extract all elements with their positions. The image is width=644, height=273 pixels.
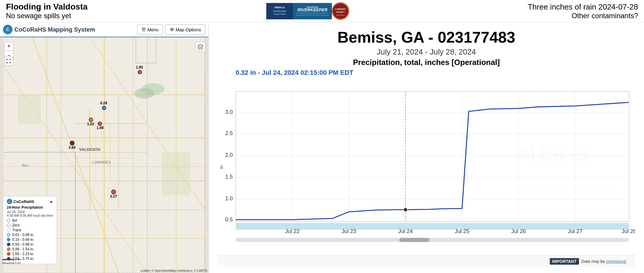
riverkeeper-logo: Suwannee RIVERKEEPER <box>293 3 332 19</box>
svg-text:WATERSHED: WATERSHED <box>273 10 286 12</box>
svg-text:3.0: 3.0 <box>225 109 233 115</box>
svg-text:Jul 28: Jul 28 <box>622 228 635 234</box>
svg-text:2.5: 2.5 <box>225 130 233 136</box>
legend-cocorahs: C CoCoRaHS <box>7 199 34 204</box>
system-name: CoCoRaHS Mapping System <box>14 26 95 33</box>
legend-layer-name: CoCoRaHS <box>13 199 34 204</box>
menu-label: Menu <box>147 27 159 32</box>
legend-item-099: 0.99 - 1.54 in. <box>7 247 53 251</box>
flood-title: Flooding in Valdosta <box>6 2 88 12</box>
svg-text:Jul 22: Jul 22 <box>285 228 300 234</box>
svg-rect-80 <box>399 238 429 242</box>
chart-svg: 3.0 2.5 2.0 1.5 1.0 0.5 <box>218 79 635 255</box>
svg-text:WWALS: WWALS <box>275 6 285 9</box>
legend-label-zero: Zero <box>12 223 20 227</box>
svg-rect-50 <box>236 91 629 221</box>
fullscreen-icon <box>6 59 11 63</box>
legend-label-155: 1.55 - 2.23 in. <box>12 252 34 256</box>
chart-section: Bemiss, GA - 023177483 July 21, 2024 - J… <box>209 22 644 273</box>
map-attribution: Leaflet | © OpenStreetMap contributors, … <box>140 269 207 272</box>
header-left: Flooding in Valdosta No sewage spills ye… <box>6 2 88 20</box>
svg-text:COUNTY: COUNTY <box>336 11 345 13</box>
zoom-in-button[interactable]: + <box>4 42 13 51</box>
layers-icon <box>197 44 203 50</box>
legend-date: Jul 28, 2024 <box>7 210 53 214</box>
svg-text:GEORGIA: GEORGIA <box>336 14 345 16</box>
gear-icon: ⚙ <box>170 27 174 32</box>
svg-text:C: C <box>9 200 11 203</box>
legend-label-010: 0.10 - 0.49 in. <box>12 238 34 242</box>
map-point-6[interactable]: 2.27 <box>111 190 116 194</box>
contaminants-text: Other contaminants? <box>528 12 638 20</box>
important-section: IMPORTANT Data may be provisional <box>550 258 626 265</box>
fullscreen-button[interactable] <box>4 57 13 66</box>
circle-logo: LOWNDES COUNTY GEORGIA <box>332 2 349 20</box>
map-toolbar: C CoCoRaHS Mapping System ☰ Menu ⚙ Map O… <box>0 22 208 37</box>
svg-text:LOWNDES: LOWNDES <box>335 8 346 10</box>
svg-text:1.0: 1.0 <box>225 195 233 201</box>
bottom-bar: IMPORTANT Data may be provisional <box>218 255 635 267</box>
svg-text:RIVERKEEPER: RIVERKEEPER <box>298 7 328 12</box>
map-point-1[interactable]: 1.95 <box>138 70 142 74</box>
menu-button[interactable]: ☰ Menu <box>137 24 163 35</box>
header-logo: WWALS WATERSHED COALITION Suwannee RIVER… <box>266 2 349 20</box>
svg-text:2.0: 2.0 <box>225 152 233 158</box>
svg-rect-79 <box>236 238 629 242</box>
sewage-title: No sewage spills yet <box>6 12 88 20</box>
important-badge: IMPORTANT <box>550 258 579 265</box>
chart-current-value: 0.32 in - Jul 24, 2024 02:15:00 PM EDT <box>218 69 635 77</box>
svg-text:Jul 24: Jul 24 <box>398 228 413 234</box>
svg-text:0.5: 0.5 <box>225 216 233 223</box>
wwals-logo: WWALS WATERSHED COALITION <box>266 3 293 19</box>
logo-container: WWALS WATERSHED COALITION Suwannee RIVER… <box>266 2 349 20</box>
map-point-5[interactable]: 3.60 <box>70 141 75 145</box>
legend-item-trace: Trace <box>7 228 53 232</box>
map-options-label: Map Options <box>176 27 201 32</box>
legend-label-050: 0.50 - 0.98 in. <box>12 242 34 246</box>
legend-label-na: NA <box>12 218 17 223</box>
legend-label-099: 0.99 - 1.54 in. <box>12 247 34 251</box>
svg-text:C: C <box>6 27 9 32</box>
legend-item-001: 0.01 - 0.09 in. <box>7 233 53 237</box>
svg-text:Jul 27: Jul 27 <box>568 228 583 234</box>
legend-item-155: 1.55 - 2.23 in. <box>7 252 53 256</box>
svg-text:Jul 23: Jul 23 <box>342 228 356 234</box>
map-section: C CoCoRaHS Mapping System ☰ Menu ⚙ Map O… <box>0 22 209 273</box>
attribution-text: Leaflet | © OpenStreetMap contributors, … <box>140 269 207 272</box>
legend-item-na: NA <box>7 218 53 223</box>
legend-body: 24-Hour Precipitation Jul 28, 2024 4:30 … <box>7 205 53 261</box>
header-right: Three inches of rain 2024-07-28 Other co… <box>528 2 638 20</box>
legend-label-trace: Trace <box>12 228 21 232</box>
map-point-2[interactable]: 0.29 <box>102 106 106 110</box>
scale-mi: 3 mi <box>15 261 21 265</box>
main-content: C CoCoRaHS Mapping System ☰ Menu ⚙ Map O… <box>0 22 644 273</box>
svg-text:1.5: 1.5 <box>225 173 233 180</box>
map-point-3[interactable]: 1.22 <box>89 118 93 122</box>
svg-text:COALITION: COALITION <box>274 13 286 15</box>
map-options-button[interactable]: ⚙ Map Options <box>165 24 205 35</box>
provisional-link[interactable]: provisional <box>606 259 626 264</box>
chart-container: ≋USGS science for a changing world in 3.… <box>218 79 635 255</box>
map-logo: C CoCoRaHS Mapping System <box>3 25 95 34</box>
provisional-prefix: Data may be <box>581 259 605 264</box>
legend-collapse-button[interactable]: ▲ <box>49 199 53 204</box>
layers-button[interactable] <box>195 42 205 52</box>
rain-text: Three inches of rain 2024-07-28 <box>528 2 638 12</box>
cocorahs-logo-icon: C <box>3 25 13 34</box>
chart-title: Bemiss, GA - 023177483 <box>218 28 635 46</box>
map-point-4[interactable]: 1.99 <box>98 122 102 126</box>
scale-km: 5 km <box>15 258 21 261</box>
map-legend: C CoCoRaHS ▲ 24-Hour Precipitation Jul 2… <box>3 196 57 264</box>
legend-item-zero: Zero <box>7 223 53 227</box>
legend-item-050: 0.50 - 0.98 in. <box>7 242 53 246</box>
scale-bar: 5 km 3 mi <box>2 258 21 265</box>
svg-text:Jul 26: Jul 26 <box>511 228 526 234</box>
y-axis-label: in <box>219 165 224 169</box>
cocorahs-icon: C <box>7 199 12 204</box>
legend-label-001: 0.01 - 0.09 in. <box>12 233 34 237</box>
chart-date-range: July 21, 2024 - July 28, 2024 <box>218 47 635 57</box>
hamburger-icon: ☰ <box>142 27 145 32</box>
legend-time: 4:30 AM-9:30 AM local obs time <box>7 214 53 217</box>
svg-text:Jul 25: Jul 25 <box>455 228 469 234</box>
provisional-text: Data may be provisional <box>581 259 626 264</box>
